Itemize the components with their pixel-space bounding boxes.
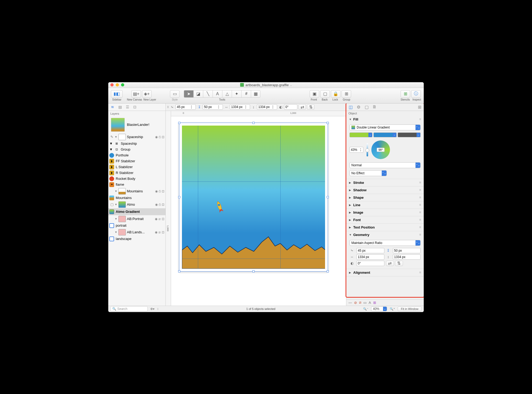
text-tool[interactable]: A [213, 90, 222, 98]
shape-tool[interactable]: ◪ [193, 90, 203, 98]
canvas-viewport[interactable] [171, 116, 346, 306]
point-tool[interactable]: ✦ [232, 90, 241, 98]
send-back-button[interactable]: ▢ [320, 90, 330, 98]
width-input[interactable]: ▴▾ [230, 104, 250, 110]
height-input[interactable]: ▴▾ [257, 104, 277, 110]
geom-rot-input[interactable] [356, 261, 384, 266]
style-textbox-icon[interactable]: ⊞ [373, 301, 376, 305]
line-tool[interactable]: ╲ [203, 90, 213, 98]
guides-tab-icon[interactable]: ⊡ [132, 104, 138, 110]
list-item[interactable]: landscape [108, 236, 165, 242]
geom-flip-h-button[interactable]: ⇄ [386, 261, 394, 266]
layer-row-landscape[interactable]: ▼ AB:Lands... ◉⧄⊡ [108, 229, 165, 236]
object-inspector-tab-icon[interactable]: ◫ [348, 104, 353, 110]
geom-flip-v-button[interactable]: ⇅ [395, 261, 403, 266]
style-text-icon[interactable]: A [369, 301, 371, 305]
zoom-out-icon[interactable]: 🔍⁻ [363, 307, 368, 311]
gear-icon[interactable]: ⚙▾ [150, 307, 155, 311]
list-item[interactable]: ▼⊞Spaceship [108, 141, 165, 147]
flip-h-button[interactable]: ⇄ [298, 104, 306, 110]
gradient-color-1[interactable]: ⌄ [350, 132, 372, 137]
layers-tab-icon[interactable]: ≋ [110, 104, 115, 110]
fit-window-button[interactable]: Fit in Window [398, 306, 422, 311]
shadow-section-header[interactable]: ▶Shadow≡ [346, 186, 424, 194]
list-item-selected[interactable]: Atmo Gradient [108, 208, 165, 215]
outline-tab-icon[interactable]: ▤ [117, 104, 123, 110]
new-layer-button[interactable]: ◈+ [142, 90, 152, 98]
stencils-button[interactable]: ⊞ [401, 90, 410, 98]
image-section-header[interactable]: ▶Image≡ [346, 209, 424, 216]
layer-row-spaceship[interactable]: ✎ ▼ Spaceship ◉⎙⊡ [108, 133, 165, 141]
style-noshadow-icon[interactable]: ⊘ [354, 301, 357, 305]
alignment-section-header[interactable]: ▶Alignment≡ [346, 269, 424, 276]
list-item[interactable]: Mountains [108, 195, 165, 201]
lock-icon[interactable]: ⊡ [162, 135, 164, 139]
bring-front-button[interactable]: ▣ [310, 90, 319, 98]
artboard[interactable] [179, 123, 328, 272]
canvas-row[interactable]: BlasterLander! [108, 116, 165, 133]
search-input[interactable]: 🔍 Search [110, 306, 148, 312]
grid-tool[interactable]: ＃ [241, 90, 251, 98]
gradient-angle-wheel[interactable]: 98° [371, 140, 390, 159]
visibility-icon[interactable]: ◉ [155, 135, 158, 139]
line-section-header[interactable]: ▶Line≡ [346, 201, 424, 209]
style-button[interactable]: ▭ [170, 90, 180, 98]
geom-w-input[interactable] [356, 254, 384, 260]
doc-inspector-tab-icon[interactable]: 🗎 [372, 104, 377, 110]
geom-h-input[interactable] [393, 254, 421, 260]
list-item[interactable]: Porthole [108, 152, 165, 158]
list-item[interactable]: ◗FF Stabilizer [108, 158, 165, 164]
blend-mode-select[interactable]: Normal⌃⌄ [350, 162, 421, 168]
layer-row-mountains[interactable]: ▼ Mountains ◉⎙⊡ [108, 188, 165, 195]
shape-section-header[interactable]: ▶Shape≡ [346, 194, 424, 201]
zoom-select[interactable]: 40%⌄ [371, 306, 387, 311]
group-button[interactable]: ⊞ [342, 90, 351, 98]
list-item[interactable]: ▼⊡Group [108, 147, 165, 152]
ruler-toggle-icon[interactable]: ⦀ [167, 105, 169, 109]
canvas-inspector-tab-icon[interactable]: ▢ [364, 104, 369, 110]
style-line-icon[interactable]: — [348, 301, 352, 305]
font-section-header[interactable]: ▶Font≡ [346, 216, 424, 223]
rotation-input[interactable] [284, 104, 297, 110]
style-rect-icon[interactable]: ▭ [363, 301, 367, 305]
grid-inspector-icon[interactable]: ⊞ [417, 104, 422, 110]
close-icon[interactable] [110, 83, 114, 86]
flip-v-button[interactable]: ⇅ [307, 104, 314, 110]
list-item[interactable]: ✦flame [108, 182, 165, 188]
y-input[interactable]: ▴▾ [203, 104, 223, 110]
x-input[interactable]: ▴▾ [176, 104, 196, 110]
gradient-slider[interactable] [367, 143, 368, 156]
layer-row-portrait[interactable]: ▼ AB:Portrait ◉⧄⊡ [108, 215, 165, 223]
zoom-in-icon[interactable]: 🔍⁺ [390, 307, 395, 311]
list-item[interactable]: ◗R Stabilizer [108, 170, 165, 176]
list-item[interactable]: portrait [108, 223, 165, 229]
gradient-midpoint-input[interactable]: 43%▴▾ [350, 147, 363, 153]
properties-inspector-tab-icon[interactable]: ⚙ [356, 104, 361, 110]
zoom-icon[interactable] [121, 83, 124, 86]
print-icon[interactable]: ⎙ [159, 135, 161, 139]
geom-x-input[interactable] [356, 248, 384, 253]
fill-section-header[interactable]: ▼Fill≡ [346, 116, 424, 123]
selection-tab-icon[interactable]: ☰ [125, 104, 130, 110]
textpos-section-header[interactable]: ▶Text Position≡ [346, 224, 424, 231]
gradient-color-2[interactable]: ⌄ [373, 132, 396, 137]
artboard-tool[interactable]: ▦ [251, 90, 260, 98]
geom-y-input[interactable] [393, 248, 421, 253]
minimize-icon[interactable] [116, 83, 119, 86]
sidebar-toggle-button[interactable]: ▮◧ [111, 90, 123, 98]
new-canvas-button[interactable]: ▤+ [131, 90, 141, 98]
fill-type-select[interactable]: Double Linear Gradient⌃⌄ [350, 125, 421, 130]
inspect-button[interactable]: ⓘ [411, 90, 421, 98]
pen-tool[interactable]: △ [222, 90, 232, 98]
gradient-color-3[interactable]: ⌄ [398, 132, 421, 137]
geometry-section-header[interactable]: ▼Geometry≡ [346, 231, 424, 238]
selection-tool[interactable]: ➤ [184, 90, 193, 98]
list-item[interactable]: Rocket Body [108, 176, 165, 182]
fill-effect-select[interactable]: No Effect⌃⌄ [350, 170, 387, 176]
lock-button[interactable]: 🔒 [331, 90, 340, 98]
aspect-ratio-select[interactable]: Maintain Aspect Ratio⌃⌄ [350, 240, 421, 246]
style-noimage-icon[interactable]: ⧄ [359, 300, 361, 305]
layer-row-atmo[interactable]: ▢▼ Atmo ◉⎙⊡ [108, 201, 165, 208]
stroke-section-header[interactable]: ▶Stroke≡ [346, 179, 424, 186]
list-item[interactable]: ◗L Stabilizer [108, 164, 165, 170]
